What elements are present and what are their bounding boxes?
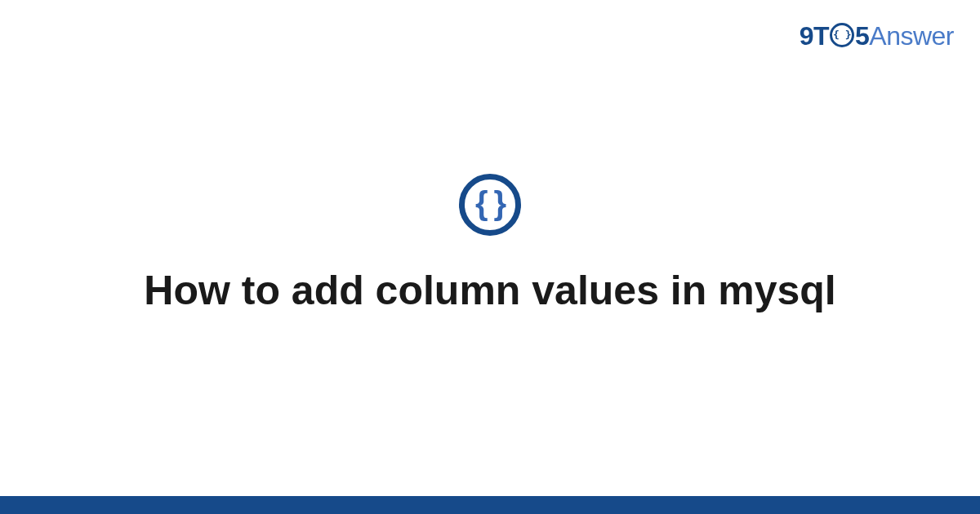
footer-accent-bar xyxy=(0,496,980,514)
main-content: { } How to add column values in mysql xyxy=(0,0,980,514)
page-title: How to add column values in mysql xyxy=(144,265,835,317)
braces-glyph: { } xyxy=(475,187,505,219)
code-braces-icon: { } xyxy=(459,174,521,236)
